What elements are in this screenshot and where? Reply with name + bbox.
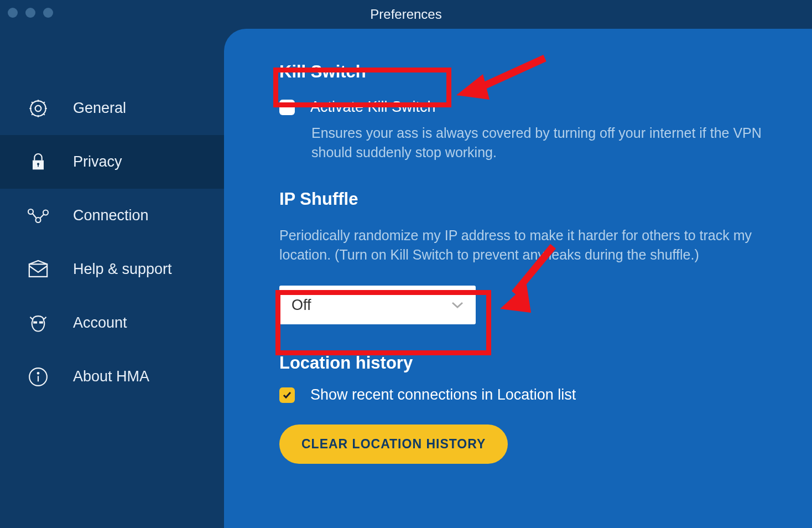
sidebar-item-label: About HMA <box>73 368 149 385</box>
svg-rect-9 <box>34 322 37 323</box>
sidebar-item-general[interactable]: General <box>0 81 224 135</box>
chevron-down-icon <box>451 301 464 309</box>
close-dot[interactable] <box>8 8 18 18</box>
sidebar-item-label: Account <box>73 314 127 332</box>
sidebar-item-help[interactable]: Help & support <box>0 242 224 296</box>
svg-point-0 <box>35 105 41 111</box>
window-title: Preferences <box>370 7 441 22</box>
sidebar-item-label: General <box>73 100 126 117</box>
location-history-heading: Location history <box>279 353 762 373</box>
killswitch-checkbox-row[interactable]: Activate Kill Switch <box>279 99 762 116</box>
svg-rect-4 <box>38 164 39 167</box>
sidebar-nav: General Privacy <box>0 29 224 528</box>
ipshuffle-heading: IP Shuffle <box>279 189 762 209</box>
svg-point-1 <box>30 101 45 116</box>
killswitch-label: Activate Kill Switch <box>310 99 436 116</box>
killswitch-heading: Kill Switch <box>279 62 762 82</box>
svg-point-12 <box>38 372 39 374</box>
donkey-icon <box>27 312 50 335</box>
ipshuffle-dropdown[interactable]: Off <box>279 286 476 324</box>
svg-rect-8 <box>29 264 47 277</box>
show-recent-label: Show recent connections in Location list <box>310 386 576 403</box>
minimize-dot[interactable] <box>25 8 35 18</box>
dropdown-value: Off <box>292 297 311 314</box>
killswitch-description: Ensures your ass is always covered by tu… <box>311 123 762 162</box>
sidebar-item-about[interactable]: About HMA <box>0 350 224 403</box>
sidebar-item-account[interactable]: Account <box>0 296 224 350</box>
zoom-dot[interactable] <box>43 8 53 18</box>
show-recent-checkbox[interactable] <box>279 387 295 403</box>
titlebar: Preferences <box>0 0 812 29</box>
ipshuffle-description: Periodically randomize my IP address to … <box>279 226 762 264</box>
sidebar-item-connection[interactable]: Connection <box>0 189 224 242</box>
svg-rect-10 <box>40 322 43 323</box>
lock-icon <box>27 151 50 174</box>
show-recent-checkbox-row[interactable]: Show recent connections in Location list <box>279 386 762 403</box>
sidebar-item-label: Privacy <box>73 153 122 170</box>
main-panel: Kill Switch Activate Kill Switch Ensures… <box>224 29 812 528</box>
clear-location-history-button[interactable]: CLEAR LOCATION HISTORY <box>279 425 508 464</box>
traffic-lights <box>8 8 53 18</box>
nodes-icon <box>27 204 50 227</box>
info-icon <box>27 365 50 389</box>
killswitch-checkbox[interactable] <box>279 100 295 115</box>
envelope-icon <box>27 258 50 281</box>
sidebar-item-label: Help & support <box>73 261 172 278</box>
gear-icon <box>27 97 50 120</box>
sidebar-item-label: Connection <box>73 207 149 224</box>
sidebar-item-privacy[interactable]: Privacy <box>0 135 224 189</box>
